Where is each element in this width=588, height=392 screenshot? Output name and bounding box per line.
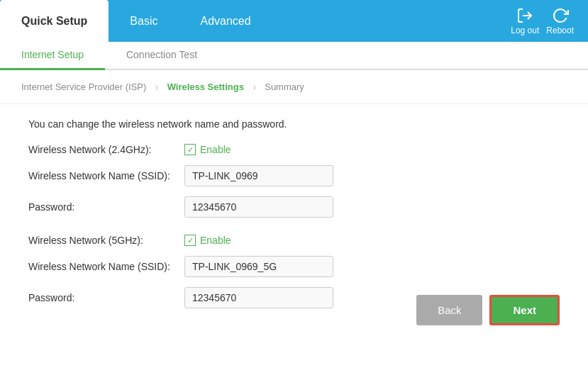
steps-bar: Internet Service Provider (ISP) › Wirele… xyxy=(0,70,588,104)
tab-advanced[interactable]: Advanced xyxy=(179,0,272,42)
step-isp: Internet Service Provider (ISP) xyxy=(14,79,153,95)
step-sep-1: › xyxy=(155,81,158,94)
wifi-24-ssid-label: Wireless Network Name (SSID): xyxy=(28,170,184,181)
wifi-24-enable-check[interactable]: ✓ Enable xyxy=(184,144,560,155)
description-text: You can change the wireless network name… xyxy=(28,118,560,130)
wifi-24-password-value xyxy=(184,196,560,218)
wifi-24-password-row: Password: xyxy=(28,196,560,218)
wifi-5g-ssid-value xyxy=(184,256,560,277)
wifi-5g-enable-row: Wireless Network (5GHz): ✓ Enable xyxy=(28,235,560,246)
wifi-24-checkbox-icon[interactable]: ✓ xyxy=(184,144,196,155)
tab-quick-setup[interactable]: Quick Setup xyxy=(0,0,109,42)
wifi-24ghz-section: Wireless Network (2.4GHz): ✓ Enable Wire… xyxy=(28,144,560,218)
wifi-5g-ssid-row: Wireless Network Name (SSID): xyxy=(28,256,560,277)
wifi-5g-ssid-label: Wireless Network Name (SSID): xyxy=(28,261,184,272)
tab-internet-setup[interactable]: Internet Setup xyxy=(0,42,105,69)
wifi-24-ssid-row: Wireless Network Name (SSID): xyxy=(28,165,560,186)
wifi-24-enable-row: Wireless Network (2.4GHz): ✓ Enable xyxy=(28,144,560,155)
step-wireless: Wireless Settings xyxy=(160,79,251,95)
next-button[interactable]: Next xyxy=(489,295,560,325)
second-nav: Internet Setup Connection Test xyxy=(0,42,588,70)
step-summary: Summary xyxy=(257,79,311,95)
logout-button[interactable]: Log out xyxy=(511,7,539,35)
wifi-24-ssid-value xyxy=(184,165,560,186)
wifi-24-password-label: Password: xyxy=(28,201,184,213)
wifi-5g-ssid-input[interactable] xyxy=(184,256,333,277)
step-sep-2: › xyxy=(253,81,256,94)
wifi-24-network-label: Wireless Network (2.4GHz): xyxy=(28,144,184,155)
wifi-5g-checkbox-icon[interactable]: ✓ xyxy=(184,235,196,246)
tab-basic[interactable]: Basic xyxy=(109,0,179,42)
footer-buttons: Back Next xyxy=(416,295,560,325)
nav-actions: Log out Reboot xyxy=(511,7,588,35)
wifi-5g-password-label: Password: xyxy=(28,292,184,303)
top-nav: Quick Setup Basic Advanced Log out Reboo… xyxy=(0,0,588,42)
wifi-5g-password-input[interactable] xyxy=(184,287,333,308)
back-button[interactable]: Back xyxy=(416,295,482,325)
wifi-24-ssid-input[interactable] xyxy=(184,165,333,186)
wifi-5g-enable-value: ✓ Enable xyxy=(184,235,560,246)
wifi-5g-network-label: Wireless Network (5GHz): xyxy=(28,235,184,246)
wifi-24-enable-value: ✓ Enable xyxy=(184,144,560,155)
wifi-24-password-input[interactable] xyxy=(184,196,333,218)
main-content: You can change the wireless network name… xyxy=(0,104,588,340)
reboot-button[interactable]: Reboot xyxy=(546,7,574,35)
wifi-5g-enable-check[interactable]: ✓ Enable xyxy=(184,235,560,246)
tab-connection-test[interactable]: Connection Test xyxy=(105,42,218,69)
